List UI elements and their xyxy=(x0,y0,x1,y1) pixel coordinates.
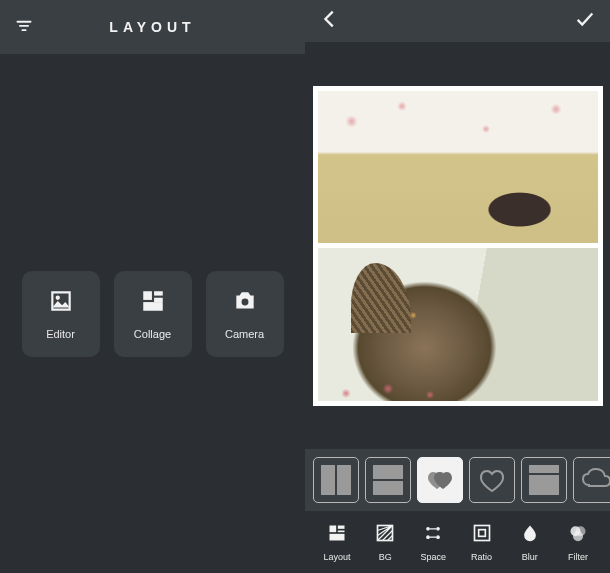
tool-blur-label: Blur xyxy=(522,552,538,562)
svg-rect-24 xyxy=(474,525,489,540)
shape-doubleheart[interactable] xyxy=(417,457,463,503)
svg-rect-5 xyxy=(154,291,163,295)
tool-layout[interactable]: Layout xyxy=(315,523,359,562)
filter-icon xyxy=(568,523,588,547)
menu-icon[interactable] xyxy=(14,15,34,39)
svg-rect-12 xyxy=(373,481,403,495)
svg-rect-17 xyxy=(338,530,345,532)
blur-icon xyxy=(520,523,540,547)
svg-rect-11 xyxy=(373,465,403,479)
camera-tile[interactable]: Camera xyxy=(206,271,284,357)
svg-rect-7 xyxy=(143,302,163,311)
right-topbar xyxy=(305,0,610,42)
svg-rect-0 xyxy=(17,21,32,23)
svg-rect-13 xyxy=(529,465,559,473)
editor-tile[interactable]: Editor xyxy=(22,271,100,357)
svg-point-3 xyxy=(55,295,59,299)
collage-tile[interactable]: Collage xyxy=(114,271,192,357)
left-topbar: LAYOUT xyxy=(0,0,305,54)
shape-strip xyxy=(305,449,610,511)
shape-header[interactable] xyxy=(521,457,567,503)
left-title: LAYOUT xyxy=(0,19,305,35)
editor-label: Editor xyxy=(46,328,75,340)
tool-space[interactable]: Space xyxy=(411,523,455,562)
svg-rect-25 xyxy=(478,529,485,536)
tool-space-label: Space xyxy=(421,552,447,562)
collage-canvas[interactable] xyxy=(313,86,603,406)
svg-rect-10 xyxy=(337,465,351,495)
svg-point-8 xyxy=(241,298,248,305)
tool-ratio[interactable]: Ratio xyxy=(460,523,504,562)
svg-point-28 xyxy=(573,531,583,541)
collage-slot-1[interactable] xyxy=(318,91,598,244)
svg-rect-15 xyxy=(330,525,337,532)
svg-point-22 xyxy=(427,535,431,539)
back-icon[interactable] xyxy=(319,8,341,34)
tool-ratio-label: Ratio xyxy=(471,552,492,562)
svg-point-21 xyxy=(437,527,441,531)
camera-icon xyxy=(232,288,258,318)
svg-rect-2 xyxy=(22,29,27,31)
layout-icon xyxy=(327,523,347,547)
svg-rect-6 xyxy=(154,297,163,301)
camera-label: Camera xyxy=(225,328,264,340)
left-body: Editor Collage Camera xyxy=(0,54,305,573)
tool-bg-label: BG xyxy=(379,552,392,562)
svg-point-20 xyxy=(427,527,431,531)
svg-rect-14 xyxy=(529,475,559,495)
collage-slot-2[interactable] xyxy=(318,248,598,401)
tool-layout-label: Layout xyxy=(323,552,350,562)
right-pane: Layout BG Space Ratio Blur Filter xyxy=(305,0,610,573)
ratio-icon xyxy=(472,523,492,547)
tool-filter-label: Filter xyxy=(568,552,588,562)
collage-label: Collage xyxy=(134,328,171,340)
svg-point-23 xyxy=(437,535,441,539)
tool-bg[interactable]: BG xyxy=(363,523,407,562)
svg-rect-1 xyxy=(19,25,29,27)
bottom-toolbar: Layout BG Space Ratio Blur Filter xyxy=(305,511,610,573)
canvas-area xyxy=(305,42,610,449)
shape-2row[interactable] xyxy=(365,457,411,503)
tool-blur[interactable]: Blur xyxy=(508,523,552,562)
collage-icon xyxy=(140,288,166,318)
tile-row: Editor Collage Camera xyxy=(22,271,284,357)
bg-icon xyxy=(375,523,395,547)
shape-cloud[interactable] xyxy=(573,457,610,503)
confirm-icon[interactable] xyxy=(574,8,596,34)
tool-filter[interactable]: Filter xyxy=(556,523,600,562)
left-pane: LAYOUT Editor Collage xyxy=(0,0,305,573)
svg-rect-18 xyxy=(330,533,345,540)
svg-rect-4 xyxy=(143,291,152,300)
app-root: LAYOUT Editor Collage xyxy=(0,0,610,573)
shape-heart[interactable] xyxy=(469,457,515,503)
svg-rect-16 xyxy=(338,525,345,528)
shape-2col[interactable] xyxy=(313,457,359,503)
space-icon xyxy=(423,523,443,547)
svg-rect-9 xyxy=(321,465,335,495)
image-icon xyxy=(48,288,74,318)
